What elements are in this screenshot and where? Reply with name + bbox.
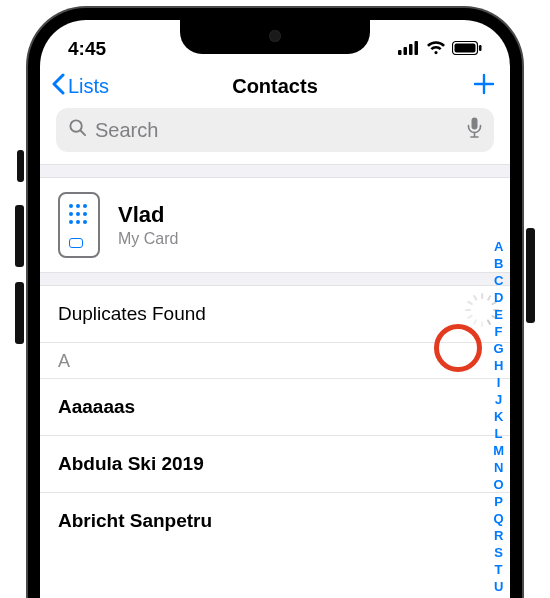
index-letter[interactable]: L bbox=[493, 425, 504, 442]
index-letter[interactable]: P bbox=[493, 493, 504, 510]
screen: 4:45 Lists Contacts bbox=[40, 20, 510, 598]
search-input[interactable]: Search bbox=[56, 108, 494, 152]
index-letter[interactable]: K bbox=[493, 408, 504, 425]
index-letter[interactable]: O bbox=[493, 476, 504, 493]
index-letter[interactable]: B bbox=[493, 255, 504, 272]
index-letter[interactable]: I bbox=[493, 374, 504, 391]
back-button[interactable]: Lists bbox=[50, 73, 109, 100]
index-letter[interactable]: Q bbox=[493, 510, 504, 527]
index-letter[interactable]: C bbox=[493, 272, 504, 289]
svg-rect-0 bbox=[398, 50, 402, 55]
svg-rect-1 bbox=[404, 47, 408, 55]
battery-icon bbox=[452, 38, 482, 60]
cellular-icon bbox=[398, 38, 420, 60]
page-title: Contacts bbox=[40, 75, 510, 98]
contact-card-icon bbox=[58, 192, 100, 258]
index-letter[interactable]: M bbox=[493, 442, 504, 459]
notch bbox=[180, 20, 370, 54]
mute-switch bbox=[17, 150, 24, 182]
spinner-icon bbox=[470, 303, 492, 325]
index-letter[interactable]: D bbox=[493, 289, 504, 306]
index-letter[interactable]: N bbox=[493, 459, 504, 476]
contact-name: Abdula Ski 2019 bbox=[58, 453, 204, 475]
device-frame: 4:45 Lists Contacts bbox=[28, 8, 522, 598]
add-contact-button[interactable] bbox=[472, 72, 496, 100]
index-letter[interactable]: J bbox=[493, 391, 504, 408]
index-letter[interactable]: U bbox=[493, 578, 504, 595]
svg-rect-6 bbox=[479, 45, 482, 51]
my-card-row[interactable]: Vlad My Card bbox=[40, 178, 510, 272]
wifi-icon bbox=[426, 38, 446, 60]
duplicates-found-row[interactable]: Duplicates Found bbox=[40, 286, 510, 343]
index-letter[interactable]: E bbox=[493, 306, 504, 323]
index-letter[interactable]: R bbox=[493, 527, 504, 544]
alphabet-index[interactable]: ABCDEFGHIJKLMNOPQRSTU bbox=[493, 238, 504, 595]
status-time: 4:45 bbox=[68, 38, 106, 60]
back-label: Lists bbox=[68, 75, 109, 98]
search-icon bbox=[68, 118, 87, 142]
dictation-icon[interactable] bbox=[467, 117, 482, 143]
svg-rect-2 bbox=[409, 44, 413, 55]
search-placeholder: Search bbox=[95, 119, 459, 142]
volume-down-button bbox=[15, 282, 24, 344]
contact-name: Abricht Sanpetru bbox=[58, 510, 212, 532]
divider bbox=[40, 164, 510, 178]
svg-rect-9 bbox=[472, 118, 478, 130]
index-letter[interactable]: F bbox=[493, 323, 504, 340]
contact-row[interactable]: Abricht Sanpetru bbox=[40, 493, 510, 549]
index-letter[interactable]: S bbox=[493, 544, 504, 561]
svg-rect-3 bbox=[415, 41, 419, 55]
index-letter[interactable]: G bbox=[493, 340, 504, 357]
section-header-a: A bbox=[40, 343, 510, 379]
index-letter[interactable]: T bbox=[493, 561, 504, 578]
chevron-left-icon bbox=[50, 73, 66, 100]
my-card-subtitle: My Card bbox=[118, 230, 178, 248]
my-card-name: Vlad bbox=[118, 202, 178, 228]
duplicates-label: Duplicates Found bbox=[58, 303, 206, 325]
nav-bar: Lists Contacts bbox=[40, 66, 510, 108]
divider bbox=[40, 272, 510, 286]
volume-up-button bbox=[15, 205, 24, 267]
contact-row[interactable]: Aaaaaas bbox=[40, 379, 510, 436]
power-button bbox=[526, 228, 535, 323]
index-letter[interactable]: H bbox=[493, 357, 504, 374]
svg-rect-5 bbox=[455, 44, 476, 53]
contact-name: Aaaaaas bbox=[58, 396, 135, 418]
plus-icon bbox=[472, 72, 496, 96]
svg-line-8 bbox=[81, 131, 86, 136]
contact-row[interactable]: Abdula Ski 2019 bbox=[40, 436, 510, 493]
index-letter[interactable]: A bbox=[493, 238, 504, 255]
